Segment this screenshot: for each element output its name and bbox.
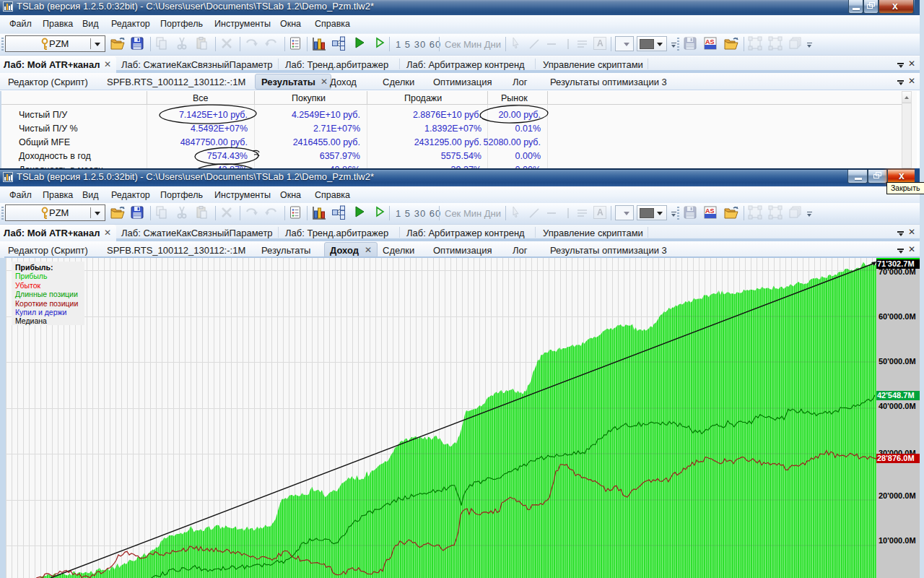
- svg-text:AS: AS: [705, 38, 715, 46]
- svg-text:AS: AS: [705, 207, 715, 215]
